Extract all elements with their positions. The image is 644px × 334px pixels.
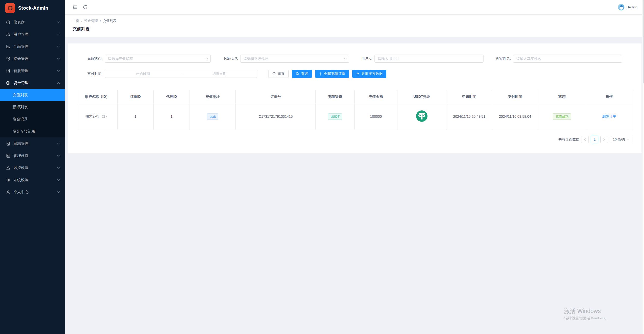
reset-button[interactable]: 重置 [268, 70, 289, 78]
sidebar-menu: 仪表盘 用户管理 产品管理 持仓管理 新股管理 [0, 16, 65, 334]
filter-real-name: 真实姓名: [496, 55, 622, 63]
sidebar-item-product-management[interactable]: 产品管理 [0, 40, 65, 53]
sidebar-item-withdraw-list[interactable]: 提现列表 [0, 101, 65, 113]
col-apply-time: 申请时间 [446, 90, 492, 103]
refresh-icon[interactable] [83, 5, 88, 10]
fund-management-submenu: 充值列表 提现列表 资金记录 资金互转记录 [0, 89, 65, 137]
filter-recharge-status: 充值状态: [87, 55, 211, 63]
candlestick-icon [6, 68, 10, 73]
cell-agent-id: 1 [153, 103, 190, 130]
filter-label: 下级代理: [223, 56, 238, 61]
app-logo-icon [5, 3, 15, 13]
sidebar-item-log-management[interactable]: 日志管理 [0, 137, 65, 150]
sidebar-item-personal-center[interactable]: 个人中心 [0, 186, 65, 198]
sidebar-item-fund-management[interactable]: 资金管理 [0, 77, 65, 89]
top-toolbar: HeiJing [65, 0, 644, 15]
recharge-status-select[interactable] [105, 55, 211, 63]
page-number-button[interactable]: 1 [591, 136, 598, 143]
chevron-down-icon [57, 179, 60, 181]
user-id-input[interactable] [374, 55, 484, 63]
col-user-name: 用户名称（ID） [77, 90, 118, 103]
sidebar-item-label: 管理设置 [13, 153, 57, 158]
channel-tag: USDT [328, 113, 342, 120]
sidebar-item-fund-transfer-records[interactable]: 资金互转记录 [0, 125, 65, 137]
sidebar-item-label: 产品管理 [13, 44, 57, 49]
cell-order-no: C1731721791331415 [236, 103, 316, 130]
user-name: HeiJing [627, 5, 637, 9]
user-search-icon [6, 32, 10, 37]
breadcrumb-section[interactable]: 资金管理 [84, 19, 98, 23]
table-header-row: 用户名称（ID） 订单ID 代理ID 充值地址 订单号 充值渠道 充值金额 US… [77, 90, 632, 103]
app-title: Stock-Admin [18, 5, 48, 11]
filter-user-id: 用户Id: [361, 55, 484, 63]
page-title: 充值列表 [72, 26, 644, 32]
logo: Stock-Admin [0, 0, 65, 16]
col-status: 状态 [538, 90, 586, 103]
sidebar-item-risk-settings[interactable]: 风控设置 [0, 162, 65, 174]
sidebar-item-label: 系统设置 [13, 178, 57, 182]
next-page-button[interactable] [600, 136, 608, 143]
tether-icon[interactable] [416, 110, 428, 122]
prev-page-button[interactable] [581, 136, 589, 143]
sidebar-item-label: 资金管理 [13, 81, 57, 85]
page-size-select[interactable]: 10 条/页 [610, 136, 632, 143]
cell-amount: 100000 [355, 103, 397, 130]
export-search-data-button[interactable]: 导出搜索数据 [352, 70, 386, 78]
create-recharge-order-button[interactable]: 创建充值订单 [315, 70, 349, 78]
table-row: 撒大苏打（1） 1 1 usdt C1731721791331415 USDT … [77, 103, 632, 130]
collapse-sidebar-icon[interactable] [72, 5, 77, 10]
cell-recharge-address: usdt [190, 103, 236, 130]
date-range-separator: ~ [178, 72, 184, 76]
status-badge: 充值成功 [553, 113, 571, 120]
scrollbar-thumb[interactable] [643, 0, 644, 83]
filter-label: 用户Id: [361, 56, 372, 61]
real-name-input[interactable] [513, 55, 622, 63]
cell-user-name: 撒大苏打（1） [77, 103, 118, 130]
page-size-value: 10 条/页 [613, 137, 625, 142]
reset-label: 重置 [278, 71, 285, 76]
sidebar-item-recharge-list[interactable]: 充值列表 [0, 89, 65, 101]
query-label: 查询 [301, 71, 308, 76]
sidebar-item-dashboard[interactable]: 仪表盘 [0, 16, 65, 28]
filter-pay-time: 支付时间: 开始日期 ~ 结束日期 [87, 70, 257, 78]
sidebar-item-new-stock-management[interactable]: 新股管理 [0, 65, 65, 77]
end-date-placeholder[interactable]: 结束日期 [184, 71, 255, 76]
sidebar-item-label: 日志管理 [13, 141, 57, 146]
breadcrumb-home[interactable]: 主页 [72, 19, 79, 23]
pay-time-range-picker[interactable]: 开始日期 ~ 结束日期 [105, 70, 257, 78]
cell-status: 充值成功 [538, 103, 586, 130]
chevron-up-icon [57, 82, 60, 84]
sidebar-item-label: 风控设置 [13, 165, 57, 170]
recharge-status-input[interactable] [105, 55, 211, 63]
sidebar-item-position-management[interactable]: 持仓管理 [0, 53, 65, 65]
start-date-placeholder[interactable]: 开始日期 [108, 71, 178, 76]
cell-apply-time: 2024/11/15 20:49:51 [446, 103, 492, 130]
breadcrumb-current: 充值列表 [103, 19, 117, 23]
sub-agent-select[interactable] [240, 55, 349, 63]
sidebar-item-fund-records[interactable]: 资金记录 [0, 113, 65, 125]
recharge-address-tag: usdt [207, 113, 218, 120]
sub-agent-input[interactable] [240, 55, 349, 63]
sidebar-item-admin-settings[interactable]: 管理设置 [0, 150, 65, 162]
filter-label: 真实姓名: [496, 56, 511, 61]
filter-row-2: 支付时间: 开始日期 ~ 结束日期 重置 查询 [77, 70, 632, 78]
query-button[interactable]: 查询 [292, 70, 312, 78]
chevron-down-icon [57, 58, 60, 60]
gear-icon [6, 178, 10, 182]
delete-order-link[interactable]: 删除订单 [602, 114, 616, 118]
plus-icon [319, 72, 322, 76]
export-label: 导出搜索数据 [361, 71, 383, 76]
col-order-id: 订单ID [117, 90, 153, 103]
user-menu[interactable]: HeiJing [618, 4, 637, 11]
sidebar-item-system-settings[interactable]: 系统设置 [0, 174, 65, 186]
sidebar: Stock-Admin 仪表盘 用户管理 产品管理 持仓管理 [0, 0, 65, 334]
app-window: Stock-Admin 仪表盘 用户管理 产品管理 持仓管理 [0, 0, 644, 334]
sidebar-item-user-management[interactable]: 用户管理 [0, 28, 65, 40]
vertical-scrollbar[interactable] [642, 0, 644, 334]
col-recharge-address: 充值地址 [190, 90, 236, 103]
pagination: 共有 1 条数据 1 10 条/页 [77, 136, 632, 143]
sliders-icon [6, 153, 10, 158]
chevron-down-icon [57, 143, 60, 145]
col-pay-time: 支付时间 [492, 90, 538, 103]
filter-row-1: 充值状态: 下级代理: 用户Id: [77, 55, 632, 63]
